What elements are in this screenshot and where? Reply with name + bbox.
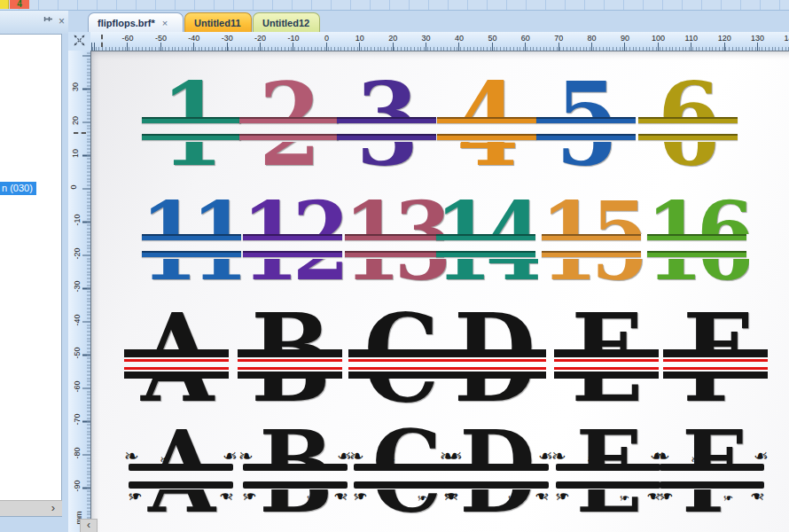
split-bar	[441, 359, 546, 362]
h-ruler-label: -60	[121, 34, 133, 43]
split-bar	[345, 234, 444, 240]
ruler-corner[interactable]	[68, 32, 90, 51]
split-bar	[554, 349, 659, 357]
split-bar	[556, 464, 660, 471]
tab-untitled12[interactable]: Untitled12	[253, 12, 320, 32]
split-bar	[441, 349, 546, 357]
glyph-top-half: 15	[539, 193, 644, 234]
selected-list-item[interactable]: n (030)	[0, 182, 36, 195]
toolbar-strip: 4	[0, 0, 789, 11]
pointer-mark-vertical	[74, 132, 86, 135]
glyph-bottom-half: 3	[334, 142, 439, 190]
glyph-bottom-half: 2	[237, 142, 341, 190]
glyph-bottom-half: A	[121, 376, 231, 424]
v-ruler-label: 10	[71, 149, 80, 158]
flourish-icon: ❧	[333, 488, 348, 505]
close-icon[interactable]: ×	[59, 16, 65, 27]
split-bar	[238, 349, 342, 357]
split-bar	[554, 372, 659, 379]
design-glyph-16[interactable]: 1616	[644, 193, 749, 307]
glyph-text: A	[126, 424, 236, 465]
design-glyph-A[interactable]: AA❧❧❧❧❧❧	[126, 424, 236, 532]
flourish-icon: ❧	[659, 488, 674, 505]
palette-cell-red[interactable]: 4	[10, 0, 29, 9]
h-ruler-label: 30	[422, 34, 431, 43]
glyph-top-half: 2	[237, 76, 341, 117]
design-glyph-D[interactable]: DD❧❧❧❧❧❧	[441, 424, 551, 532]
pointer-mark-horizontal	[101, 35, 104, 47]
design-glyph-E[interactable]: EE❧❧❧❧❧❧	[553, 424, 663, 532]
tab-flipflops[interactable]: flipflops.brf* ×	[88, 12, 184, 32]
split-bar	[348, 349, 453, 357]
split-bar	[124, 372, 229, 379]
flourish-icon: ❧	[507, 489, 518, 507]
panel-scrollbar[interactable]: ›	[0, 500, 62, 516]
h-ruler-label: 120	[718, 34, 731, 43]
pin-icon[interactable]	[43, 15, 53, 27]
design-glyph-D[interactable]: DD	[439, 310, 549, 424]
split-bar	[663, 349, 768, 357]
glyph-text: 6	[636, 142, 740, 183]
glyph-top-half: 1	[139, 76, 244, 117]
glyph-bottom-half: 16	[644, 259, 749, 307]
design-glyph-6[interactable]: 66	[636, 76, 740, 190]
flourish-icon: ❧	[385, 450, 395, 468]
split-bar	[663, 359, 768, 362]
v-ruler-label: 0	[69, 184, 78, 189]
design-glyph-A[interactable]: AA	[121, 310, 231, 424]
scroll-right-icon[interactable]: ›	[51, 501, 55, 514]
design-glyph-11[interactable]: 1111	[139, 193, 244, 307]
glyph-text: 11	[139, 259, 244, 300]
split-bar	[437, 134, 536, 140]
design-glyph-B[interactable]: BB	[235, 310, 345, 424]
glyph-text: 13	[342, 259, 447, 300]
flourish-icon: ❧	[619, 489, 629, 507]
design-glyph-15[interactable]: 1515	[539, 193, 644, 307]
design-glyph-1[interactable]: 11	[139, 76, 244, 190]
flourish-icon: ❧	[274, 450, 285, 468]
canvas-scroll-left[interactable]: ‹	[80, 519, 98, 532]
glyph-text: 6	[636, 76, 740, 117]
design-glyph-E[interactable]: EE	[551, 310, 661, 424]
left-panel-body[interactable]: n (030) ›	[0, 34, 62, 517]
design-glyph-14[interactable]: 1414	[434, 193, 538, 307]
design-glyph-5[interactable]: 55	[534, 76, 638, 190]
split-bar	[142, 251, 241, 257]
glyph-text: F	[657, 424, 767, 465]
split-bar	[239, 134, 339, 140]
design-glyph-2[interactable]: 22	[237, 76, 341, 190]
tab-untitled11[interactable]: Untitled11	[184, 12, 252, 32]
glyph-bottom-half: 1	[139, 142, 244, 190]
split-bar	[444, 481, 549, 489]
flourish-icon: ❧	[555, 488, 570, 505]
design-canvas[interactable]: 112233445566111112121313141415151616AABB…	[90, 51, 789, 532]
glyph-top-half: 16	[644, 193, 749, 234]
design-glyph-B[interactable]: BB❧❧❧❧❧❧	[240, 424, 350, 532]
h-ruler-label: 110	[685, 34, 698, 43]
h-ruler-label: 90	[621, 34, 629, 43]
v-ruler-label: -80	[73, 447, 82, 458]
flourish-icon: ❧	[655, 447, 670, 465]
glyph-top-half: B	[235, 310, 345, 351]
design-glyph-F[interactable]: FF	[660, 310, 770, 424]
palette-cell-yellow[interactable]	[0, 0, 9, 9]
design-glyph-13[interactable]: 1313	[342, 193, 447, 307]
split-bar	[542, 234, 641, 240]
glyph-text: F	[660, 376, 770, 417]
glyph-text: 3	[334, 76, 439, 117]
glyph-text: A	[121, 376, 231, 417]
glyph-text: 14	[434, 259, 538, 300]
h-ruler-label: 50	[488, 34, 496, 43]
v-ruler-label: -10	[73, 214, 82, 225]
design-glyph-12[interactable]: 1212	[240, 193, 345, 307]
glyph-top-half: 6	[636, 76, 740, 117]
design-glyph-3[interactable]: 33	[334, 76, 439, 190]
split-bar	[238, 359, 342, 362]
design-glyph-4[interactable]: 44	[434, 76, 539, 190]
glyph-bottom-half: 14	[434, 259, 538, 307]
split-bar	[238, 372, 342, 379]
tab-close-icon[interactable]: ×	[162, 18, 168, 28]
design-glyph-F[interactable]: FF❧❧❧❧❧❧	[657, 424, 767, 532]
glyph-text: B	[240, 424, 350, 465]
flourish-icon: ❧	[475, 450, 486, 468]
